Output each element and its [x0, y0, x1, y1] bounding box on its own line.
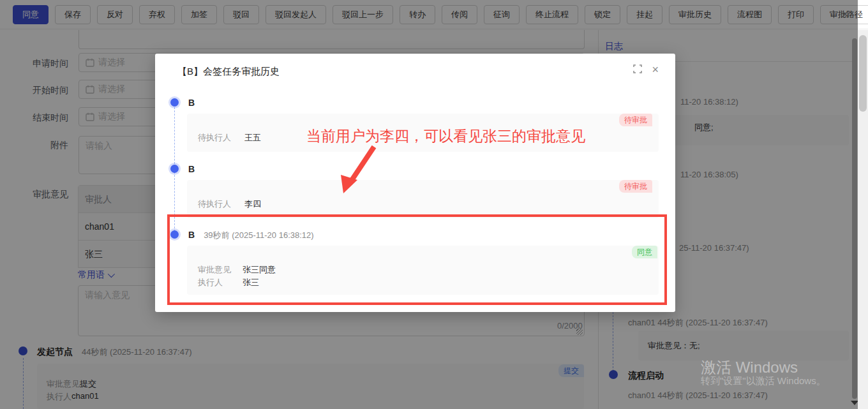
- pending-badge: 待审批: [619, 180, 652, 193]
- modal-title: 【B】会签任务审批历史: [177, 66, 280, 78]
- history-node-name: B: [188, 98, 195, 108]
- history-node-name: B: [188, 164, 195, 174]
- fullscreen-icon[interactable]: [633, 64, 642, 73]
- row-value: 王五: [244, 132, 261, 144]
- timeline-dot: [170, 165, 179, 173]
- pending-badge: 待审批: [619, 114, 652, 126]
- browser-scrollbar[interactable]: [858, 30, 868, 409]
- browser-scrollbar-thumb[interactable]: [859, 35, 867, 112]
- annotation-arrow-icon: [332, 142, 389, 202]
- app-root: 同意 保存 反对 弃权 加签 驳回 驳回发起人 驳回上一步 转办 传阅 征询 终…: [0, 0, 868, 409]
- history-row: 待执行人 王五: [198, 132, 231, 144]
- modal-close-icon[interactable]: ×: [652, 64, 659, 75]
- row-value: 李四: [244, 198, 261, 210]
- row-label: 待执行人: [198, 199, 231, 209]
- history-row: 待执行人 李四: [198, 198, 231, 210]
- row-label: 待执行人: [198, 133, 231, 142]
- timeline-dot: [170, 98, 179, 107]
- windows-watermark-line2: 转到"设置"以激活 Windows。: [701, 375, 826, 387]
- annotation-highlight-box: [167, 214, 667, 305]
